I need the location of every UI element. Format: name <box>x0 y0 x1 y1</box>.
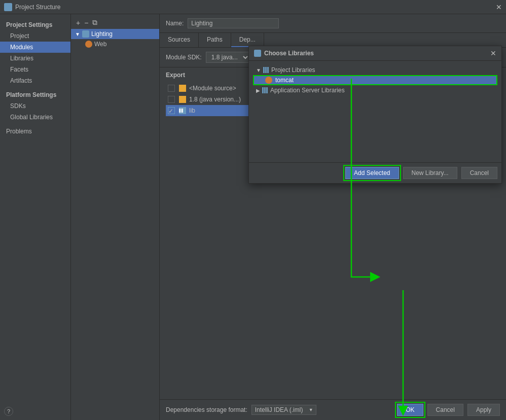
modal-body: ▼ Project Libraries tomcat ▶ Application… <box>249 61 501 162</box>
choose-libs-icon <box>254 50 261 57</box>
sidebar-item-problems[interactable]: Problems <box>0 123 70 137</box>
help-icon[interactable]: ? <box>4 407 13 416</box>
module-toolbar: + − ⧉ <box>71 16 159 29</box>
dialog-cancel-button[interactable]: Cancel <box>461 167 497 179</box>
choose-libraries-dialog: Choose Libraries ✕ ▼ Project Libraries t… <box>248 46 502 184</box>
dep-storage-label: Dependencies storage format: <box>166 406 247 413</box>
dep-storage-select-wrapper: IntelliJ IDEA (.iml) <box>251 405 316 415</box>
remove-module-button[interactable]: − <box>83 19 89 27</box>
copy-module-button[interactable]: ⧉ <box>91 18 98 27</box>
add-module-button[interactable]: + <box>75 19 81 27</box>
add-selected-button[interactable]: Add Selected <box>345 167 399 179</box>
project-settings-label: Project Settings <box>0 18 70 30</box>
project-libs-icon <box>263 67 269 73</box>
tab-dependencies[interactable]: Dep... <box>231 33 264 47</box>
module-panel: + − ⧉ ▼ Lighting Web <box>71 14 160 420</box>
sidebar-item-sdks[interactable]: SDKs <box>0 100 70 112</box>
title-bar-title: Project Structure <box>15 4 60 11</box>
expand-arrow-lighting: ▼ <box>75 31 80 37</box>
sidebar-item-artifacts[interactable]: Artifacts <box>0 75 70 86</box>
bottom-actions: OK Cancel Apply <box>397 404 500 416</box>
modal-close-button[interactable]: ✕ <box>490 49 496 57</box>
tree-item-app-server-libraries[interactable]: ▶ Application Server Libraries <box>253 85 497 95</box>
platform-settings-label: Platform Settings <box>0 86 70 100</box>
sidebar-item-project[interactable]: Project <box>0 30 70 42</box>
sidebar-item-libraries[interactable]: Libraries <box>0 53 70 64</box>
project-structure-icon <box>4 3 12 11</box>
sdk-select[interactable]: 1.8 java... <box>206 52 250 63</box>
ok-button[interactable]: OK <box>397 404 423 416</box>
tomcat-icon <box>265 77 272 84</box>
module-tree-item-web[interactable]: Web <box>71 39 159 49</box>
module-tree-item-lighting[interactable]: ▼ Lighting <box>71 29 159 39</box>
dep-checkbox-module-source[interactable] <box>168 85 175 92</box>
bottom-bar: Dependencies storage format: IntelliJ ID… <box>160 399 506 420</box>
web-module-icon <box>85 41 92 48</box>
tab-paths[interactable]: Paths <box>199 33 231 47</box>
title-bar-close-button[interactable]: ✕ <box>496 3 502 11</box>
sidebar-item-modules[interactable]: Modules <box>0 42 70 53</box>
project-libs-expand-arrow: ▼ <box>256 67 261 73</box>
name-bar: Name: <box>160 14 506 33</box>
cancel-button[interactable]: Cancel <box>427 404 463 416</box>
dep-checkbox-java18[interactable] <box>168 96 175 103</box>
sidebar: Project Settings Project Modules Librari… <box>0 14 71 420</box>
dep-icon-folder-source <box>179 85 186 92</box>
app-server-libs-expand-arrow: ▶ <box>256 88 260 93</box>
modal-title-bar: Choose Libraries ✕ <box>249 46 501 61</box>
new-library-button[interactable]: New Library... <box>403 167 457 179</box>
apply-button[interactable]: Apply <box>467 404 500 416</box>
tree-item-project-libraries[interactable]: ▼ Project Libraries <box>253 65 497 75</box>
modal-title-text: Choose Libraries <box>264 50 314 57</box>
module-sdk-label: Module SDK: <box>166 54 202 61</box>
dep-icon-folder-java <box>179 96 186 103</box>
lighting-module-icon <box>82 30 89 38</box>
tab-sources[interactable]: Sources <box>160 33 199 47</box>
title-bar: Project Structure ✕ <box>0 0 506 14</box>
name-label: Name: <box>166 20 184 27</box>
name-input[interactable] <box>188 18 279 28</box>
app-server-libs-icon <box>262 87 268 93</box>
dep-icon-lib <box>179 107 186 114</box>
modal-footer: Add Selected New Library... Cancel <box>249 162 501 183</box>
sidebar-item-global-libraries[interactable]: Global Libraries <box>0 112 70 123</box>
tree-item-tomcat[interactable]: tomcat <box>253 75 497 85</box>
sidebar-item-facets[interactable]: Facets <box>0 64 70 75</box>
dep-storage-select[interactable]: IntelliJ IDEA (.iml) <box>251 405 316 415</box>
dep-checkbox-lib[interactable]: ✓ <box>168 107 175 114</box>
